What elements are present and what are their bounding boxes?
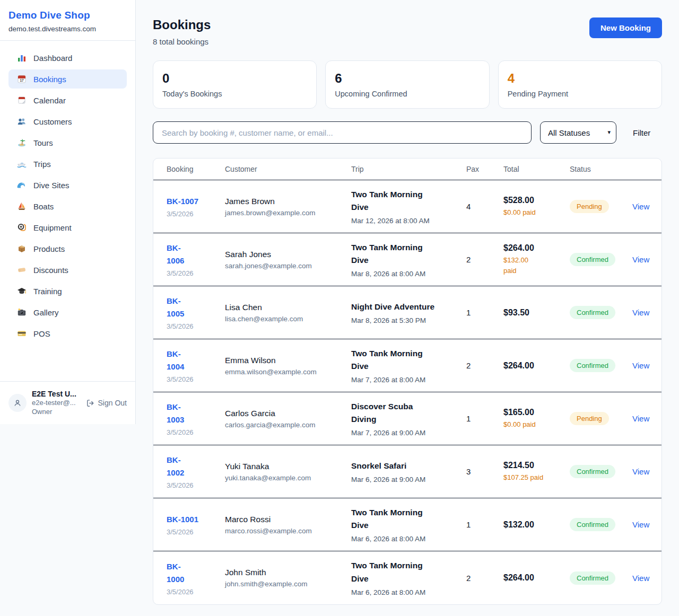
trip-datetime: Mar 7, 2026 at 8:00 AM (351, 376, 466, 384)
view-link[interactable]: View (632, 255, 649, 264)
sidebar-item-dive-sites[interactable]: Dive Sites (8, 175, 127, 195)
view-link[interactable]: View (632, 202, 649, 211)
main-content: Bookings 8 total bookings New Booking 0 … (136, 0, 679, 605)
brand-title[interactable]: Demo Dive Shop (8, 10, 127, 21)
customer-email: carlos.garcia@example.com (225, 421, 351, 429)
table-row: BK- 1006 3/5/2026 Sarah Jones sarah.jone… (153, 233, 661, 286)
customer-name: Sarah Jones (225, 250, 351, 259)
total-amount: $165.00 (503, 408, 570, 417)
view-link[interactable]: View (632, 574, 649, 583)
stat-card-pending-payment: 4 Pending Payment (498, 60, 662, 109)
view-link[interactable]: View (632, 520, 649, 529)
sidebar-item-label: Products (33, 244, 65, 253)
view-link[interactable]: View (632, 414, 649, 423)
booking-id-link[interactable]: BK- 1003 (167, 401, 184, 426)
booking-id-link[interactable]: BK- 1006 (167, 242, 184, 267)
sidebar-item-pos[interactable]: POS (8, 324, 127, 343)
paid-amount: $0.00 paid (503, 419, 570, 430)
search-input[interactable] (153, 121, 532, 144)
sidebar-item-tours[interactable]: Tours (8, 133, 127, 152)
camera-icon (17, 307, 27, 317)
trip-name: Night Dive Adventure (351, 301, 466, 313)
sidebar-item-label: POS (33, 329, 50, 338)
customer-name: Lisa Chen (225, 303, 351, 312)
sign-out-icon (86, 399, 95, 408)
status-badge: Confirmed (570, 253, 615, 266)
view-link[interactable]: View (632, 361, 649, 370)
sidebar-item-label: Training (33, 287, 62, 296)
booking-id-link[interactable]: BK- 1000 (167, 560, 184, 586)
booking-date: 3/5/2026 (167, 269, 225, 277)
trip-datetime: Mar 6, 2026 at 8:00 AM (351, 588, 466, 596)
view-link[interactable]: View (632, 467, 649, 476)
sidebar-user-footer: E2E Test U... e2e-tester@... Owner Sign … (0, 381, 135, 424)
total-amount: $264.00 (503, 361, 570, 371)
sidebar-item-training[interactable]: Training (8, 281, 127, 301)
column-header-total: Total (503, 159, 570, 180)
filter-row: All Statuses ▾ Filter (153, 121, 662, 144)
wave-icon (17, 180, 27, 190)
filter-button[interactable]: Filter (633, 128, 650, 137)
status-badge: Confirmed (570, 465, 615, 478)
user-role: Owner (32, 408, 81, 417)
booking-id-link[interactable]: BK- 1005 (167, 295, 184, 320)
booking-id-link[interactable]: BK- 1002 (167, 454, 184, 479)
pax-count: 4 (466, 202, 503, 211)
page-title: Bookings (153, 17, 211, 32)
customer-name: Carlos Garcia (225, 409, 351, 418)
trip-datetime: Mar 6, 2026 at 8:00 AM (351, 535, 466, 543)
booking-date: 3/5/2026 (167, 428, 225, 436)
sign-out-button[interactable]: Sign Out (86, 399, 127, 408)
stat-label: Pending Payment (508, 90, 652, 98)
sidebar-item-gallery[interactable]: Gallery (8, 303, 127, 322)
booking-id-link[interactable]: BK- 1004 (167, 348, 184, 373)
grad-cap-icon (17, 286, 27, 296)
total-amount: $132.00 (503, 520, 570, 530)
stat-card-todays-bookings: 0 Today's Bookings (153, 60, 317, 109)
status-badge: Confirmed (570, 571, 615, 585)
sidebar-item-dashboard[interactable]: Dashboard (8, 48, 127, 67)
sidebar-item-bookings[interactable]: 17 Bookings (8, 69, 127, 89)
view-link[interactable]: View (632, 308, 649, 317)
customer-name: John Smith (225, 568, 351, 577)
trip-name: Two Tank Morning Dive (351, 241, 466, 267)
sidebar-item-trips[interactable]: Trips (8, 154, 127, 173)
speedboat-icon (17, 159, 27, 169)
pax-count: 1 (466, 520, 503, 529)
table-row: BK-1001 3/5/2026 Marco Rossi marco.rossi… (153, 498, 661, 551)
trip-name: Snorkel Safari (351, 460, 466, 472)
brand-block: Demo Dive Shop demo.test.divestreams.com (0, 0, 135, 41)
sidebar-item-calendar[interactable]: Calendar (8, 91, 127, 110)
new-booking-button[interactable]: New Booking (589, 17, 662, 38)
column-header-trip: Trip (351, 159, 466, 180)
status-badge: Confirmed (570, 518, 615, 531)
customer-name: Emma Wilson (225, 356, 351, 365)
calendar-17-icon: 17 (17, 74, 27, 84)
customer-name: Marco Rossi (225, 515, 351, 524)
sidebar-item-label: Calendar (33, 96, 66, 105)
trip-datetime: Mar 8, 2026 at 8:00 AM (351, 270, 466, 278)
sidebar-item-equipment[interactable]: Equipment (8, 218, 127, 237)
page-subtitle: 8 total bookings (153, 37, 211, 46)
table-row: BK- 1002 3/5/2026 Yuki Tanaka yuki.tanak… (153, 445, 661, 498)
customer-email: yuki.tanaka@example.com (225, 474, 351, 482)
booking-date: 3/5/2026 (167, 528, 225, 536)
total-amount: $214.50 (503, 461, 570, 470)
bookings-table: Booking Customer Trip Pax Total Status B… (153, 158, 662, 605)
pax-count: 2 (466, 361, 503, 370)
booking-id-link[interactable]: BK-1001 (167, 513, 198, 526)
booking-id-link[interactable]: BK-1007 (167, 195, 198, 208)
avatar (8, 394, 27, 412)
paid-amount: $132.00 paid (503, 255, 570, 276)
table-row: BK-1007 3/5/2026 James Brown james.brown… (153, 180, 661, 233)
stat-value: 4 (508, 71, 652, 86)
sidebar-item-customers[interactable]: Customers (8, 112, 127, 131)
sign-out-label: Sign Out (98, 399, 127, 407)
sidebar-item-discounts[interactable]: Discounts (8, 260, 127, 279)
pax-count: 2 (466, 255, 503, 264)
customer-email: sarah.jones@example.com (225, 262, 351, 270)
sidebar-item-boats[interactable]: Boats (8, 197, 127, 216)
status-filter-select[interactable]: All Statuses (540, 121, 616, 144)
sidebar-nav: Dashboard 17 Bookings Calendar Customers… (0, 41, 135, 381)
sidebar-item-products[interactable]: Products (8, 239, 127, 258)
